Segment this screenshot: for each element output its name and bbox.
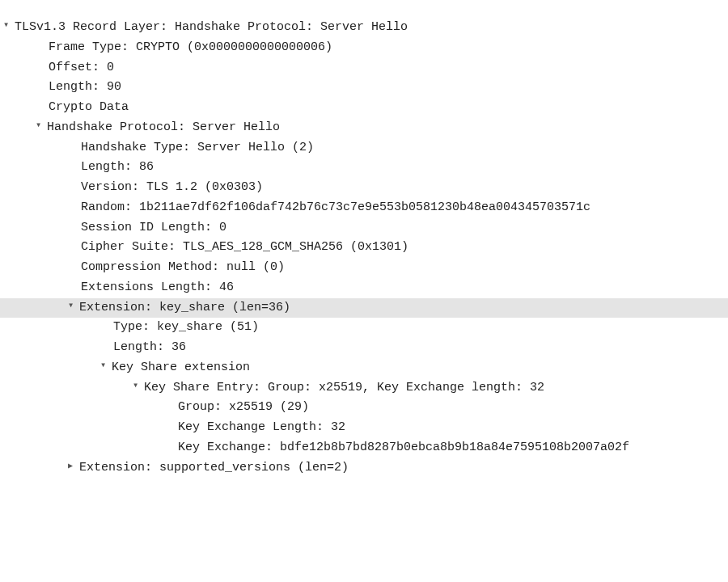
- row-label: Extension: key_share (len=36): [79, 301, 290, 314]
- key-share-entry[interactable]: Key Share Entry: Group: x25519, Key Exch…: [0, 378, 728, 399]
- cipher-suite[interactable]: Cipher Suite: TLS_AES_128_GCM_SHA256 (0x…: [0, 238, 728, 258]
- chevron-down-icon[interactable]: [133, 378, 144, 394]
- key-share-extension[interactable]: Key Share extension: [0, 358, 728, 378]
- row-label: Random: 1b211ae7df62f106daf742b76c73c7e9…: [81, 200, 590, 214]
- row-label: Compression Method: null (0): [81, 260, 285, 274]
- row-label: Type: key_share (51): [113, 320, 259, 334]
- row-label: Length: 90: [49, 80, 121, 94]
- handshake-length[interactable]: Length: 86: [0, 158, 728, 178]
- row-label: Frame Type: CRYPTO (0x0000000000000006): [49, 40, 332, 54]
- row-label: Offset: 0: [49, 61, 114, 74]
- packet-details-tree[interactable]: TLSv1.3 Record Layer: Handshake Protocol…: [0, 18, 728, 478]
- chevron-down-icon[interactable]: [68, 298, 79, 314]
- row-label: Session ID Length: 0: [81, 221, 226, 234]
- row-label: Extensions Length: 46: [81, 280, 234, 294]
- row-label: Key Share extension: [112, 361, 250, 374]
- random[interactable]: Random: 1b211ae7df62f106daf742b76c73c7e9…: [0, 198, 728, 218]
- record-length[interactable]: Length: 90: [0, 78, 728, 98]
- key-exchange-length[interactable]: Key Exchange Length: 32: [0, 418, 728, 438]
- row-label: Key Exchange: bdfe12b8b7bd8287b0ebca8b9b…: [178, 441, 629, 454]
- row-label: Length: 86: [81, 160, 154, 174]
- row-label: Version: TLS 1.2 (0x0303): [81, 180, 263, 194]
- key-share-length[interactable]: Length: 36: [0, 338, 728, 358]
- tls-record-layer[interactable]: TLSv1.3 Record Layer: Handshake Protocol…: [0, 18, 728, 38]
- extension-supported-versions[interactable]: Extension: supported_versions (len=2): [0, 458, 728, 479]
- row-label: Key Exchange Length: 32: [178, 420, 345, 434]
- chevron-down-icon[interactable]: [36, 118, 47, 134]
- extension-key-share[interactable]: Extension: key_share (len=36): [0, 298, 728, 318]
- key-share-type[interactable]: Type: key_share (51): [0, 318, 728, 338]
- tls-version[interactable]: Version: TLS 1.2 (0x0303): [0, 178, 728, 198]
- row-label: TLSv1.3 Record Layer: Handshake Protocol…: [15, 20, 408, 34]
- session-id-length[interactable]: Session ID Length: 0: [0, 218, 728, 238]
- key-share-group[interactable]: Group: x25519 (29): [0, 398, 728, 418]
- row-label: Extension: supported_versions (len=2): [79, 461, 349, 474]
- key-exchange[interactable]: Key Exchange: bdfe12b8b7bd8287b0ebca8b9b…: [0, 438, 728, 458]
- extensions-length[interactable]: Extensions Length: 46: [0, 278, 728, 298]
- row-label: Group: x25519 (29): [178, 400, 309, 414]
- row-label: Key Share Entry: Group: x25519, Key Exch…: [144, 381, 544, 394]
- compression-method[interactable]: Compression Method: null (0): [0, 258, 728, 278]
- handshake-type[interactable]: Handshake Type: Server Hello (2): [0, 138, 728, 158]
- chevron-right-icon[interactable]: [68, 458, 79, 474]
- row-label: Crypto Data: [49, 100, 129, 114]
- offset[interactable]: Offset: 0: [0, 58, 728, 78]
- row-label: Handshake Protocol: Server Hello: [47, 120, 280, 134]
- chevron-down-icon[interactable]: [100, 358, 112, 374]
- chevron-down-icon[interactable]: [3, 18, 15, 34]
- crypto-data[interactable]: Crypto Data: [0, 98, 728, 118]
- handshake-protocol[interactable]: Handshake Protocol: Server Hello: [0, 118, 728, 138]
- row-label: Cipher Suite: TLS_AES_128_GCM_SHA256 (0x…: [81, 240, 408, 254]
- row-label: Length: 36: [113, 340, 186, 354]
- row-label: Handshake Type: Server Hello (2): [81, 141, 314, 154]
- frame-type[interactable]: Frame Type: CRYPTO (0x0000000000000006): [0, 38, 728, 58]
